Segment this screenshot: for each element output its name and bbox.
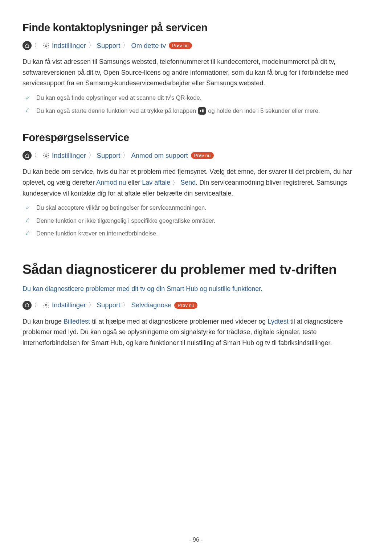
text-segment: eller	[126, 179, 142, 186]
crumb-support[interactable]: Support	[97, 152, 121, 160]
try-now-badge[interactable]: Prøv nu	[191, 152, 214, 159]
home-icon[interactable]	[23, 41, 32, 50]
chevron-icon: 〉	[88, 42, 95, 49]
pencil-icon	[25, 203, 30, 211]
note-row: Du skal acceptere vilkår og betingelser …	[25, 203, 369, 213]
chevron-icon: 〉	[122, 152, 129, 159]
breadcrumb-3: 〉 Indstillinger 〉 Support 〉 Selvdiagnose…	[23, 301, 369, 310]
home-icon[interactable]	[23, 301, 32, 310]
chevron-icon: 〉	[170, 180, 180, 186]
crumb-support[interactable]: Support	[97, 301, 121, 309]
try-now-badge[interactable]: Prøv nu	[174, 302, 197, 309]
note-row: Denne funktion kræver en internetforbind…	[25, 229, 369, 238]
gear-icon	[42, 301, 50, 309]
note-text-pre: Du kan også starte denne funktion ved at…	[36, 106, 196, 116]
chevron-icon: 〉	[122, 42, 129, 49]
svg-point-3	[45, 155, 47, 156]
note-row: Du kan også starte denne funktion ved at…	[25, 106, 369, 116]
link-sound-test[interactable]: Lydtest	[268, 318, 288, 325]
svg-rect-2	[204, 110, 204, 112]
chevron-icon: 〉	[122, 301, 129, 309]
chevron-icon: 〉	[88, 152, 95, 159]
gear-icon	[42, 42, 50, 49]
section-diagnose: Sådan diagnosticerer du problemer med tv…	[23, 262, 369, 349]
chevron-icon: 〉	[34, 42, 40, 49]
svg-point-0	[45, 45, 47, 46]
paragraph: Du kan bede om service, hvis du har et p…	[23, 167, 369, 199]
crumb-settings[interactable]: Indstillinger	[52, 42, 86, 50]
crumb-support[interactable]: Support	[97, 42, 121, 50]
svg-point-4	[45, 304, 47, 306]
play-pause-icon	[198, 107, 206, 115]
link-schedule[interactable]: Lav aftale	[142, 179, 170, 186]
paragraph: Du kan få vist adressen til Samsungs web…	[23, 57, 369, 89]
breadcrumb-1: 〉 Indstillinger 〉 Support 〉 Om dette tv …	[23, 41, 369, 50]
chevron-icon: 〉	[34, 152, 40, 159]
chevron-icon: 〉	[88, 301, 95, 309]
text-segment: Du kan bruge	[23, 318, 64, 325]
crumb-settings[interactable]: Indstillinger	[52, 152, 86, 160]
chevron-icon: 〉	[34, 301, 40, 309]
pencil-icon	[25, 106, 30, 114]
note-text: Denne funktion kræver en internetforbind…	[36, 229, 158, 238]
subtitle-diagnose: Du kan diagnosticere problemer med dit t…	[23, 284, 369, 294]
pencil-icon	[25, 216, 30, 224]
crumb-about-tv[interactable]: Om dette tv	[131, 42, 166, 50]
pencil-icon	[25, 93, 30, 101]
try-now-badge[interactable]: Prøv nu	[169, 42, 192, 49]
svg-rect-1	[202, 110, 203, 112]
home-icon[interactable]	[23, 151, 32, 160]
section-contact-info: Finde kontaktoplysninger på servicen 〉 I…	[23, 22, 369, 115]
text-segment: til at hjælpe med at diagnosticere probl…	[90, 318, 268, 325]
note-row: Du kan også finde oplysninger ved at sca…	[25, 93, 369, 103]
note-text: Denne funktion er ikke tilgængelig i spe…	[36, 216, 215, 226]
crumb-settings[interactable]: Indstillinger	[52, 301, 86, 309]
heading-diagnose: Sådan diagnosticerer du problemer med tv…	[23, 262, 369, 277]
crumb-request-support[interactable]: Anmod om support	[131, 152, 188, 160]
paragraph: Du kan bruge Billedtest til at hjælpe me…	[23, 316, 369, 349]
link-send[interactable]: Send	[180, 179, 196, 186]
breadcrumb-2: 〉 Indstillinger 〉 Support 〉 Anmod om sup…	[23, 151, 369, 160]
note-text-post: og holde den inde i 5 sekunder eller mer…	[208, 106, 320, 116]
gear-icon	[42, 152, 50, 159]
heading-request-service: Forespørgselsservice	[23, 132, 369, 144]
note-text: Du skal acceptere vilkår og betingelser …	[36, 203, 207, 213]
pencil-icon	[25, 229, 30, 237]
note-text: Du kan også finde oplysninger ved at sca…	[36, 93, 201, 103]
heading-contact-info: Finde kontaktoplysninger på servicen	[23, 22, 369, 34]
page-number: - 96 -	[0, 537, 392, 543]
note-text: Du kan også starte denne funktion ved at…	[36, 106, 320, 116]
section-request-service: Forespørgselsservice 〉 Indstillinger 〉 S…	[23, 132, 369, 238]
crumb-self-diagnose[interactable]: Selvdiagnose	[131, 301, 171, 309]
link-request-now[interactable]: Anmod nu	[96, 179, 126, 186]
link-picture-test[interactable]: Billedtest	[64, 318, 90, 325]
note-row: Denne funktion er ikke tilgængelig i spe…	[25, 216, 369, 226]
